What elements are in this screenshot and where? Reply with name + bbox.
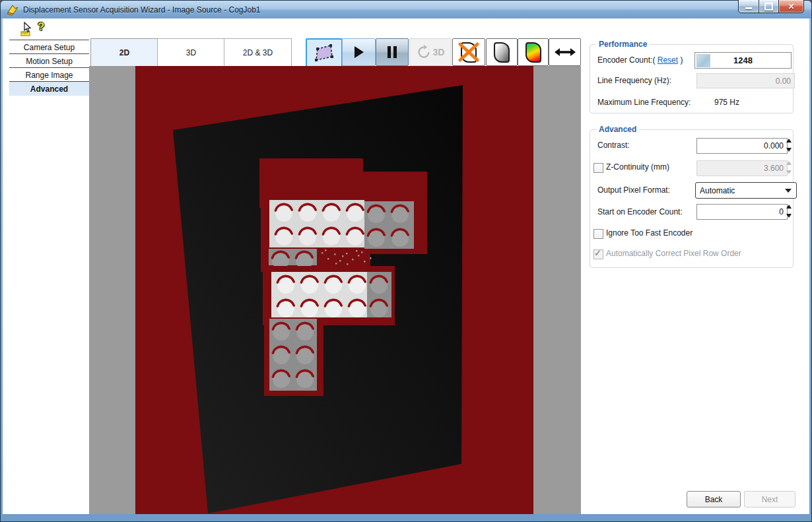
sidebar-item-range-image[interactable]: Range Image [9,67,89,82]
encoder-count-field[interactable]: 1248 [694,52,792,69]
minimize-button[interactable] [738,0,759,13]
sidebar-item-motion-setup[interactable]: Motion Setup [9,53,89,68]
sidebar-item-advanced[interactable]: Advanced [9,81,89,96]
grayscale-image-icon [494,42,510,63]
color-image-button[interactable] [518,38,549,66]
titlebar: Displacement Sensor Acquisition Wizard -… [1,1,811,18]
play-icon [354,46,364,58]
close-button[interactable]: ✕ [778,0,804,13]
output-pixel-format-label: Output Pixel Format: [597,185,670,195]
app-icon [7,4,18,16]
start-encoder-count-field[interactable]: 0 [696,204,788,220]
sidebar-item-camera-setup[interactable]: Camera Setup [9,40,89,54]
help-button[interactable]: ? [38,20,44,34]
measure-pointer-tool[interactable] [20,22,36,38]
z-continuity-label: Z-Continuity (mm) [606,162,669,172]
tab-2d[interactable]: 2D [90,38,158,67]
rotate-3d-button: 3D [409,38,452,66]
spin-down-icon [786,170,792,174]
encoder-reset-link[interactable]: Reset [658,55,678,65]
line-frequency-field: 0.00 [696,73,795,88]
next-button: Next [744,491,795,507]
color-image-icon [525,42,541,63]
advanced-group-title: Advanced [596,125,639,134]
chevron-down-icon [785,189,792,193]
z-continuity-field: 3.600 [696,160,788,176]
pause-icon [387,46,397,58]
start-encoder-spinner[interactable] [784,205,793,218]
back-button[interactable]: Back [687,491,741,507]
orange-x-icon [458,42,479,62]
fit-width-icon [555,47,576,57]
fit-width-button[interactable] [549,38,581,66]
encoder-count-label: Encoder Count:( Reset ) [597,55,683,65]
close-icon: ✕ [788,2,794,11]
contrast-field[interactable]: 0.000 [696,138,788,154]
pause-button[interactable] [376,38,409,66]
rotate-3d-label: 3D [433,47,445,57]
output-pixel-format-dropdown[interactable]: Automatic [695,182,797,199]
maximize-button[interactable] [759,0,778,13]
grayscale-image-button[interactable] [486,38,518,66]
auto-correct-label: Automatically Correct Pixel Row Order [606,249,741,258]
ignore-encoder-label: Ignore Too Fast Encoder [606,228,693,238]
performance-group-title: Performance [596,40,650,49]
max-line-frequency-label: Maximum Line Frequency: [597,98,691,107]
z-continuity-spinner [784,161,793,174]
minimize-icon [745,7,752,9]
window-title: Displacement Sensor Acquisition Wizard -… [23,5,261,15]
auto-correct-checkbox [593,249,603,259]
region-tool-icon [314,43,335,63]
rotate-3d-icon [417,45,431,59]
maximize-icon [764,3,773,11]
tab-2d-and-3d[interactable]: 2D & 3D [224,38,292,67]
range-image-viewport[interactable] [89,66,581,514]
start-encoder-count-label: Start on Encoder Count: [597,207,683,216]
discard-image-button[interactable] [452,38,485,66]
z-continuity-checkbox[interactable] [593,163,603,173]
contrast-label: Contrast: [597,141,630,150]
encoder-activity-indicator [696,54,710,67]
spin-up-icon[interactable] [786,205,792,209]
spin-up-icon [786,161,792,165]
play-button[interactable] [342,38,376,66]
tab-3d[interactable]: 3D [157,38,225,67]
ignore-encoder-checkbox[interactable] [593,229,603,239]
contrast-spinner[interactable] [784,139,793,152]
max-line-frequency-value: 975 Hz [714,98,739,107]
spin-down-icon[interactable] [786,148,792,152]
region-tool-button[interactable] [306,38,343,67]
line-frequency-label: Line Frequency (Hz): [597,76,671,85]
spin-down-icon[interactable] [786,214,792,218]
spin-up-icon[interactable] [786,139,792,143]
